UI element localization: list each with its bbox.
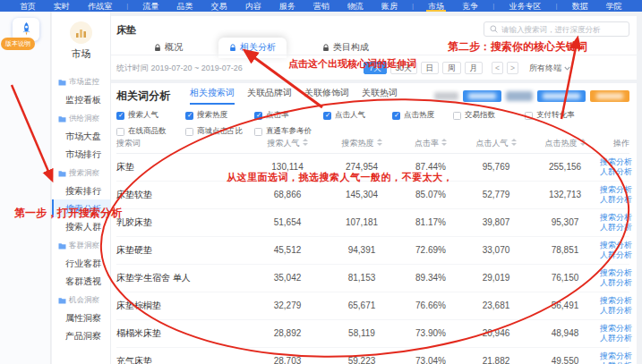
nav-item[interactable]: 交易 bbox=[208, 0, 231, 12]
search-icon bbox=[490, 25, 498, 33]
analysis-subtabs: 相关搜索词关联品牌词关联修饰词关联热词 bbox=[190, 87, 398, 105]
sidebar-item[interactable]: 搜索分析 bbox=[52, 199, 110, 217]
table-row: 床垫130,114274,95487.44%95,769255,156搜索分析人… bbox=[116, 153, 629, 181]
nav-item[interactable]: 品类 bbox=[173, 0, 196, 12]
action-link[interactable]: 搜索分析 bbox=[600, 157, 629, 167]
checkbox-checked[interactable] bbox=[392, 112, 400, 120]
action-link[interactable]: 搜索分析 bbox=[600, 241, 629, 250]
value-cell: 76.66% bbox=[399, 292, 462, 319]
sidebar-item[interactable]: 产品洞察 bbox=[52, 326, 110, 344]
value-cell: 45,512 bbox=[251, 236, 324, 264]
table-header: 搜索词搜索人气搜索热度点击率点击人气点击热度操作 bbox=[116, 135, 629, 153]
analysis-subtab[interactable]: 关联热词 bbox=[362, 87, 398, 105]
lock-icon bbox=[322, 44, 330, 52]
action-link[interactable]: 人群分析 bbox=[600, 250, 629, 260]
checkbox[interactable] bbox=[525, 112, 533, 120]
action-link[interactable]: 人群分析 bbox=[600, 334, 629, 343]
action-link[interactable]: 人群分析 bbox=[600, 361, 629, 364]
sidebar-group-label: 市场监控 bbox=[69, 77, 99, 88]
folder-icon bbox=[58, 170, 66, 177]
sidebar-item[interactable]: 行业客群 bbox=[52, 254, 110, 272]
sidebar-item[interactable]: 客群透视 bbox=[52, 272, 110, 290]
date-range-button[interactable]: 30天 bbox=[390, 62, 417, 74]
blurred-action-pill[interactable] bbox=[434, 92, 458, 100]
search-box[interactable] bbox=[484, 21, 629, 37]
value-cell: 35,042 bbox=[251, 264, 324, 292]
analysis-header: 相关词分析 相关搜索词关联品牌词关联修饰词关联热词 bbox=[116, 87, 629, 105]
nav-item[interactable]: 流量 bbox=[139, 0, 162, 12]
sort-icon[interactable] bbox=[511, 139, 517, 147]
blurred-action-pill[interactable] bbox=[590, 90, 629, 102]
action-link[interactable]: 搜索分析 bbox=[600, 296, 629, 306]
nav-item[interactable]: 学院 bbox=[603, 0, 626, 12]
date-range-button[interactable]: 日 bbox=[421, 62, 440, 74]
checkbox-checked[interactable] bbox=[323, 112, 331, 120]
sidebar-item[interactable]: 市场排行 bbox=[52, 145, 110, 163]
blurred-action-pill[interactable] bbox=[506, 91, 533, 101]
nav-item[interactable]: 首页 bbox=[16, 0, 39, 12]
nav-item[interactable]: 服务 bbox=[276, 0, 299, 12]
sidebar-item[interactable]: 监控看板 bbox=[52, 90, 110, 108]
date-range-button[interactable]: 月 bbox=[465, 62, 484, 74]
nav-item[interactable]: 作战室 bbox=[84, 0, 116, 12]
sidebar-item[interactable]: 搜索人群 bbox=[52, 217, 110, 235]
folder-icon bbox=[58, 115, 66, 123]
action-link[interactable]: 人群分析 bbox=[600, 195, 629, 205]
search-input[interactable] bbox=[501, 25, 623, 34]
version-badge[interactable]: 版本说明 bbox=[1, 38, 35, 50]
analysis-subtab[interactable]: 关联修饰词 bbox=[304, 87, 349, 105]
pager-prev-button[interactable]: < bbox=[492, 62, 503, 74]
checkbox-checked[interactable] bbox=[254, 112, 262, 120]
action-link[interactable]: 搜索分析 bbox=[600, 268, 629, 278]
sort-icon[interactable] bbox=[580, 139, 586, 147]
blurred-action-pill[interactable] bbox=[537, 90, 586, 102]
sidebar: 市场 市场监控监控看板供给洞察市场大盘市场排行搜索洞察搜索排行搜索分析搜索人群客… bbox=[52, 12, 111, 364]
nav-separator: | bbox=[556, 0, 558, 12]
action-link[interactable]: 人群分析 bbox=[600, 278, 629, 288]
metric-label: 支付转化率 bbox=[536, 110, 575, 121]
value-cell: 81.17% bbox=[399, 208, 462, 236]
action-link[interactable]: 搜索分析 bbox=[600, 351, 629, 361]
value-cell: 72.69% bbox=[399, 236, 462, 264]
table-row: 床垫学生宿舍 单人35,04281,15389.34%29,01976,150搜… bbox=[116, 264, 629, 292]
value-cell: 73.90% bbox=[399, 319, 462, 347]
sort-icon[interactable] bbox=[303, 139, 308, 147]
checkbox[interactable] bbox=[453, 112, 461, 120]
nav-item[interactable]: 数据 bbox=[569, 0, 592, 12]
nav-item[interactable]: 实时 bbox=[50, 0, 73, 12]
date-range-button[interactable]: 7天 bbox=[364, 62, 386, 74]
sidebar-group-header: 搜索洞察 bbox=[52, 163, 110, 182]
value-cell: 255,156 bbox=[530, 153, 600, 181]
action-link[interactable]: 人群分析 bbox=[600, 223, 629, 233]
sidebar-item[interactable]: 属性洞察 bbox=[52, 309, 110, 326]
terminal-filter-dropdown[interactable]: 所有终端 bbox=[529, 63, 570, 74]
blurred-action-pill[interactable] bbox=[463, 90, 501, 102]
action-link[interactable]: 搜索分析 bbox=[600, 213, 629, 223]
nav-item[interactable]: 物流 bbox=[344, 0, 367, 12]
nav-item[interactable]: 业务专区 bbox=[505, 0, 544, 12]
nav-item[interactable]: 账房 bbox=[378, 0, 401, 12]
nav-item[interactable]: 内容 bbox=[242, 0, 265, 12]
nav-item[interactable]: 竞争 bbox=[458, 0, 482, 12]
nav-item[interactable]: 营销 bbox=[310, 0, 333, 12]
analysis-subtab[interactable]: 关联品牌词 bbox=[247, 87, 292, 105]
sort-icon[interactable] bbox=[377, 139, 382, 147]
action-link[interactable]: 人群分析 bbox=[600, 306, 629, 316]
sidebar-item[interactable]: 市场大盘 bbox=[52, 127, 110, 145]
action-link[interactable]: 搜索分析 bbox=[600, 185, 629, 195]
value-cell: 29,019 bbox=[462, 264, 530, 292]
sort-icon[interactable] bbox=[441, 139, 447, 147]
action-link[interactable]: 人群分析 bbox=[600, 167, 629, 177]
sidebar-item[interactable]: 搜索排行 bbox=[52, 182, 110, 199]
pager-next-button[interactable]: > bbox=[507, 62, 518, 74]
date-range-button[interactable]: 周 bbox=[442, 62, 461, 74]
actions-cell: 搜索分析人群分析 bbox=[600, 347, 629, 364]
value-cell: 87.44% bbox=[399, 153, 462, 181]
action-link[interactable]: 搜索分析 bbox=[600, 324, 629, 334]
search-term-cell: 床垫硬垫 bbox=[116, 236, 251, 264]
value-cell: 49,550 bbox=[530, 347, 600, 364]
checkbox-checked[interactable] bbox=[185, 112, 193, 120]
analysis-subtab[interactable]: 相关搜索词 bbox=[190, 87, 235, 105]
nav-item[interactable]: 市场 bbox=[424, 0, 448, 12]
checkbox-checked[interactable] bbox=[116, 112, 124, 120]
